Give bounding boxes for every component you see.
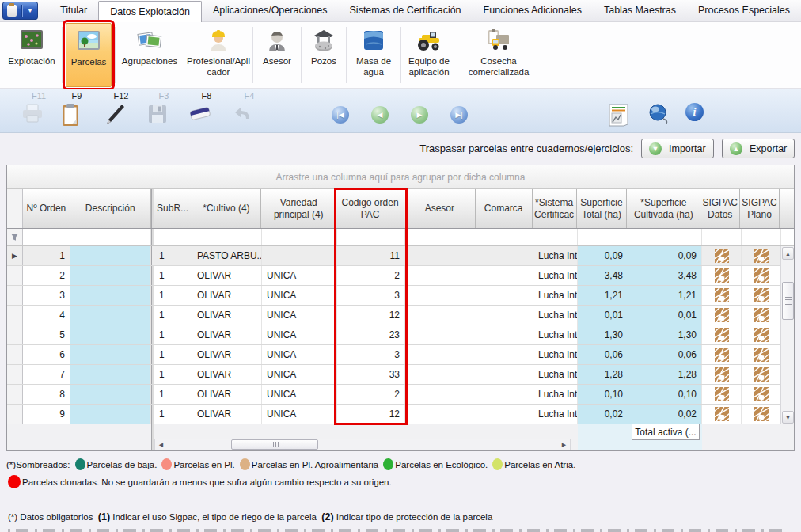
tab-datos-explotacion[interactable]: Datos Explotación — [98, 1, 202, 22]
ribbon-item-explotacion[interactable]: Explotación — [2, 22, 62, 88]
ribbon-item-cosecha-comercializada[interactable]: Cosecha comercializada — [457, 22, 540, 88]
scroll-down-button[interactable]: ▼ — [782, 411, 794, 424]
header-comarca[interactable]: Comarca — [476, 189, 533, 228]
horizontal-scrollbar[interactable]: ◀ ▶ — [154, 439, 571, 450]
header-asesor[interactable]: Asesor — [404, 189, 476, 228]
table-row[interactable]: 21OLIVARUNICA2Lucha Inte3,483,48 — [7, 266, 782, 286]
sigpac-datos-icon[interactable] — [702, 246, 742, 265]
table-row[interactable]: 41OLIVARUNICA12Lucha Inte0,010,01 — [7, 306, 782, 325]
scroll-left-button[interactable]: ◀ — [155, 439, 167, 450]
nav-first-button[interactable]: |◀ — [332, 106, 349, 124]
header-superficie-total[interactable]: Superficie Total (ha) — [577, 189, 628, 228]
horizontal-scroll-thumb[interactable] — [231, 439, 318, 450]
filter-cell[interactable] — [262, 229, 337, 245]
tab-aplicaciones-operaciones[interactable]: Aplicaciones/Operaciones — [202, 0, 339, 22]
clipboard-tool[interactable]: F9 — [49, 91, 92, 129]
scroll-up-button[interactable]: ▲ — [782, 247, 794, 260]
table-row[interactable]: 71OLIVARUNICA33Lucha Inte1,281,28 — [7, 365, 782, 385]
filter-cell[interactable] — [337, 229, 405, 245]
filter-cell[interactable] — [628, 229, 702, 245]
sigpac-datos-icon[interactable] — [702, 266, 742, 285]
sigpac-plano-icon[interactable] — [742, 345, 781, 364]
filter-cell[interactable] — [405, 229, 476, 245]
cell-cultivo: OLIVAR — [192, 405, 262, 424]
cell-cultivo: OLIVAR — [192, 385, 262, 404]
sigpac-datos-icon[interactable] — [702, 365, 742, 384]
import-button[interactable]: ▼ Importar — [641, 139, 714, 158]
erase-tool[interactable]: F8 — [179, 91, 222, 126]
edit-tool[interactable]: F12 — [93, 91, 136, 129]
save-tool[interactable]: F3 — [136, 91, 179, 127]
filter-cell[interactable] — [742, 229, 781, 245]
sigpac-datos-icon[interactable] — [702, 286, 742, 305]
nav-last-button[interactable]: ▶| — [450, 106, 468, 124]
header-orden[interactable]: Nº Orden — [23, 189, 70, 228]
sigpac-plano-icon[interactable] — [742, 325, 781, 344]
sigpac-plano-icon[interactable] — [742, 306, 781, 325]
grid-header-row: Nº Orden Descripción SubR... *Cultivo (4… — [7, 189, 794, 229]
sigpac-plano-icon[interactable] — [742, 405, 781, 424]
filter-cell[interactable] — [578, 229, 628, 245]
filter-funnel-icon[interactable] — [7, 229, 23, 245]
sigpac-plano-icon[interactable] — [742, 246, 781, 265]
nav-next-button[interactable]: ▶ — [411, 106, 428, 124]
export-button[interactable]: ▲ Exportar — [722, 139, 795, 158]
table-row[interactable]: 61OLIVARUNICA3Lucha Inte0,060,06 — [7, 345, 782, 365]
ribbon-item-pozos[interactable]: Pozos — [302, 22, 346, 88]
table-row[interactable]: 51OLIVARUNICA23Lucha Inte1,301,30 — [7, 325, 782, 345]
filter-cell[interactable] — [23, 229, 70, 245]
header-descripcion[interactable]: Descripción — [70, 189, 151, 228]
filter-cell[interactable] — [533, 229, 578, 245]
tab-procesos-especiales[interactable]: Procesos Especiales — [687, 0, 801, 22]
ribbon-item-parcelas[interactable]: Parcelas — [66, 23, 112, 87]
ribbon-item-masa-de-agua[interactable]: Masa de agua — [347, 22, 400, 88]
info-button[interactable]: i — [685, 103, 704, 121]
ribbon-item-equipo-de-aplicacion[interactable]: Equipo de aplicación — [401, 22, 457, 88]
header-superficie-cultivada[interactable]: *Superficie Cultivada (ha) — [627, 189, 700, 228]
table-row[interactable]: 91OLIVARUNICA12Lucha Inte0,020,02 — [7, 405, 782, 424]
tab-titular[interactable]: Titular — [49, 0, 98, 22]
total-activa-button[interactable]: Total activa (... — [632, 424, 700, 440]
header-sigpac-datos[interactable]: SIGPAC Datos — [700, 189, 740, 228]
filter-cell[interactable] — [70, 229, 151, 245]
header-cultivo[interactable]: *Cultivo (4) — [192, 189, 262, 228]
header-sistema-certificacion[interactable]: *Sistema Certificac — [533, 189, 577, 228]
vertical-scrollbar[interactable]: ▲ ▼ — [780, 246, 794, 424]
undo-tool[interactable]: F4 — [222, 91, 264, 126]
table-row[interactable]: 81OLIVARUNICA2Lucha Inte0,100,10 — [7, 385, 782, 405]
header-codigo-orden-pac[interactable]: Código orden PAC — [336, 189, 404, 228]
report-button[interactable] — [608, 103, 629, 127]
filter-cell[interactable] — [476, 229, 533, 245]
table-row[interactable]: 31OLIVARUNICA3Lucha Inte1,211,21 — [7, 286, 782, 306]
tab-sistemas-certificacion[interactable]: Sistemas de Certificación — [339, 0, 473, 22]
group-by-bar[interactable]: Arrastre una columna aquí para agrupar p… — [7, 165, 794, 189]
ribbon-item-agrupaciones[interactable]: Agrupaciones — [116, 22, 184, 88]
sigpac-datos-icon[interactable] — [702, 325, 742, 344]
ribbon-item-asesor[interactable]: Asesor — [253, 22, 301, 88]
sigpac-datos-icon[interactable] — [702, 385, 742, 404]
filter-cell[interactable] — [154, 229, 192, 245]
scroll-right-button[interactable]: ▶ — [558, 439, 570, 450]
filter-cell[interactable] — [702, 229, 742, 245]
header-subr[interactable]: SubR... — [154, 189, 192, 228]
sigpac-plano-icon[interactable] — [742, 385, 781, 404]
ribbon-item-profesional-aplicador[interactable]: Profesional/Aplicador — [184, 22, 252, 88]
print-tool[interactable]: F11 — [11, 91, 54, 126]
nav-previous-button[interactable]: ◀ — [371, 106, 389, 124]
cell-codigo-orden-pac: 3 — [337, 286, 405, 305]
sigpac-plano-icon[interactable] — [742, 365, 781, 384]
app-menu-button[interactable]: ▼ — [2, 2, 38, 20]
tab-funciones-adicionales[interactable]: Funciones Adicionales — [473, 0, 593, 22]
table-row[interactable]: ▶11PASTO ARBU...11Lucha Inte0,090,09 — [7, 246, 782, 266]
web-map-button[interactable] — [647, 103, 669, 125]
sigpac-datos-icon[interactable] — [702, 306, 742, 325]
sigpac-datos-icon[interactable] — [702, 405, 742, 424]
vertical-scroll-thumb[interactable] — [782, 282, 794, 320]
sigpac-datos-icon[interactable] — [702, 345, 742, 364]
filter-cell[interactable] — [192, 229, 262, 245]
sigpac-plano-icon[interactable] — [742, 286, 781, 305]
tab-tablas-maestras[interactable]: Tablas Maestras — [593, 0, 687, 22]
header-variedad[interactable]: Variedad principal (4) — [261, 189, 336, 228]
header-sigpac-plano[interactable]: SIGPAC Plano — [740, 189, 780, 228]
sigpac-plano-icon[interactable] — [742, 266, 781, 285]
